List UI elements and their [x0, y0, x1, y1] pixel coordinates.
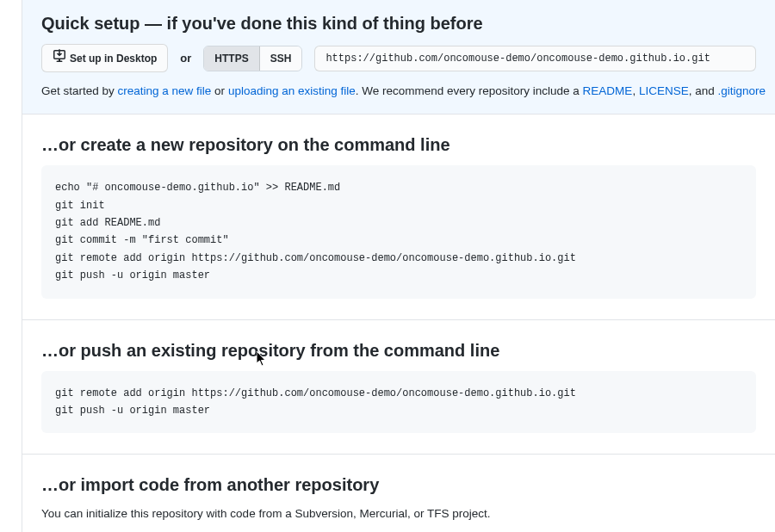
upload-existing-file-link[interactable]: uploading an existing file — [228, 84, 356, 97]
readme-link[interactable]: README — [583, 84, 633, 97]
gitignore-link[interactable]: .gitignore — [717, 84, 766, 97]
license-link[interactable]: LICENSE — [639, 84, 689, 97]
import-code-text: You can initialize this repository with … — [41, 505, 756, 523]
ssh-button[interactable]: SSH — [260, 46, 302, 71]
import-code-section: …or import code from another repository … — [22, 455, 775, 532]
create-repo-section: …or create a new repository on the comma… — [22, 114, 775, 319]
create-repo-code[interactable]: echo "# oncomouse-demo.github.io" >> REA… — [41, 165, 756, 298]
or-text: or — [180, 52, 191, 65]
create-repo-heading: …or create a new repository on the comma… — [41, 135, 756, 155]
push-repo-heading: …or push an existing repository from the… — [41, 341, 756, 361]
create-new-file-link[interactable]: creating a new file — [118, 84, 212, 97]
quick-setup-help-text: Get started by creating a new file or up… — [41, 83, 756, 100]
clone-url-input[interactable] — [314, 46, 756, 71]
import-code-heading: …or import code from another repository — [41, 475, 756, 495]
desktop-download-icon — [53, 49, 66, 67]
setup-desktop-label: Set up in Desktop — [70, 51, 157, 66]
protocol-toggle-group: HTTPS SSH — [203, 46, 302, 71]
push-repo-section: …or push an existing repository from the… — [22, 320, 775, 455]
setup-desktop-button[interactable]: Set up in Desktop — [41, 44, 168, 72]
push-repo-code[interactable]: git remote add origin https://github.com… — [41, 371, 756, 434]
setup-row: Set up in Desktop or HTTPS SSH — [41, 44, 756, 72]
quick-setup-heading: Quick setup — if you've done this kind o… — [41, 14, 756, 34]
quick-setup-panel: Quick setup — if you've done this kind o… — [22, 0, 775, 114]
https-button[interactable]: HTTPS — [204, 46, 259, 71]
